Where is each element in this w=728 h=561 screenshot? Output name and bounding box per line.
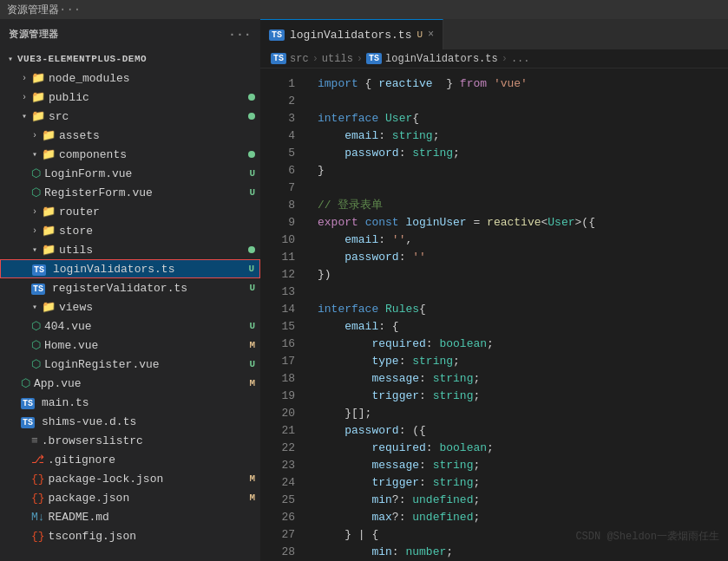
readme-arrow: ›	[17, 512, 31, 522]
git-icon: ⎇	[31, 453, 44, 466]
title-text: 资源管理器	[7, 3, 59, 17]
tree-item-packagejson[interactable]: › {} package.json M	[0, 488, 260, 507]
assets-label: assets	[59, 129, 260, 142]
tree-item-maints[interactable]: TS main.ts	[0, 393, 260, 412]
tab-close-button[interactable]: ×	[428, 29, 434, 41]
tree-item-packagelock[interactable]: › {} package-lock.json M	[0, 469, 260, 488]
main-layout: 资源管理器 ··· ▾ VUE3-ELEMENTPLUS-DEMO › 📁 no…	[0, 19, 728, 561]
tree-item-loginform[interactable]: ⬡ LoginForm.vue U	[0, 164, 260, 183]
tree-item-assets[interactable]: › 📁 assets	[0, 126, 260, 145]
folder-icon: 📁	[31, 90, 45, 104]
root-label: VUE3-ELEMENTPLUS-DEMO	[17, 54, 260, 64]
packagejson-label: package.json	[49, 492, 250, 505]
tree-item-home[interactable]: ⬡ Home.vue M	[0, 336, 260, 355]
tree-item-public[interactable]: › 📁 public	[0, 88, 260, 107]
tree-item-tsconfig[interactable]: › {} tsconfig.json	[0, 526, 260, 545]
public-dot	[248, 94, 255, 101]
loginregister-badge: U	[249, 359, 255, 369]
router-label: router	[59, 205, 260, 219]
ts-icon: TS	[31, 282, 45, 295]
utils-label: utils	[59, 244, 248, 257]
sidebar-actions[interactable]: ···	[228, 28, 252, 42]
packagelock-label: package-lock.json	[49, 473, 250, 486]
sidebar-header: 资源管理器 ···	[0, 19, 260, 49]
tree-item-loginvalidators[interactable]: TS loginValidators.ts U	[0, 259, 260, 278]
components-arrow: ▾	[28, 149, 42, 160]
tree-item-store[interactable]: › 📁 store	[0, 221, 260, 240]
store-arrow: ›	[28, 226, 42, 236]
tree-item-loginregister[interactable]: ⬡ LoginRegister.vue U	[0, 355, 260, 374]
appvue-badge: M	[249, 378, 255, 388]
packagejson-arrow: ›	[17, 493, 31, 503]
node-modules-label: node_modules	[49, 72, 260, 85]
title-bar: 资源管理器 ···	[0, 0, 728, 19]
registerform-badge: U	[249, 187, 255, 198]
loginform-label: LoginForm.vue	[44, 167, 249, 180]
gitignore-label: .gitignore	[48, 453, 260, 466]
tree-item-browserslistrc[interactable]: › ≡ .browserslistrc	[0, 431, 260, 450]
sidebar-title: 资源管理器	[9, 28, 59, 41]
loginform-badge: U	[249, 168, 255, 179]
folder-icon: 📁	[42, 205, 56, 219]
tree-item-404[interactable]: ⬡ 404.vue U	[0, 316, 260, 336]
folder-icon: 📁	[31, 71, 45, 85]
loginvalidators-label: loginValidators.ts	[53, 263, 248, 276]
breadcrumb-src: src	[290, 53, 309, 65]
tree-item-components[interactable]: ▾ 📁 components	[0, 145, 260, 164]
appvue-label: App.vue	[34, 377, 249, 390]
tree-item-router[interactable]: › 📁 router	[0, 202, 260, 221]
json-icon: {}	[31, 473, 45, 486]
sidebar: 资源管理器 ··· ▾ VUE3-ELEMENTPLUS-DEMO › 📁 no…	[0, 19, 260, 561]
vue-icon: ⬡	[31, 186, 41, 199]
tree-item-gitignore[interactable]: › ⎇ .gitignore	[0, 450, 260, 469]
root-arrow: ▾	[3, 54, 17, 64]
src-label: src	[49, 110, 248, 123]
src-dot	[248, 113, 255, 120]
tree-item-src[interactable]: ▾ 📁 src	[0, 107, 260, 126]
readme-label: README.md	[49, 511, 260, 524]
registerform-label: RegisterForm.vue	[44, 186, 249, 199]
editor-area: TS loginValidators.ts U × TS src › utils…	[260, 19, 728, 561]
folder-icon: 📁	[31, 109, 45, 123]
public-arrow: ›	[17, 93, 31, 102]
folder-icon: 📁	[42, 224, 56, 238]
breadcrumb: TS src › utils › TS loginValidators.ts ›…	[260, 49, 728, 68]
ellipsis-icon[interactable]: ···	[59, 3, 81, 16]
tree-item-readme[interactable]: › M↓ README.md	[0, 507, 260, 526]
loginregister-label: LoginRegister.vue	[44, 358, 249, 371]
folder-icon: 📁	[42, 128, 56, 142]
tree-item-utils[interactable]: ▾ 📁 utils	[0, 240, 260, 259]
gitignore-arrow: ›	[17, 455, 31, 465]
404-label: 404.vue	[44, 320, 249, 333]
tab-loginvalidators[interactable]: TS loginValidators.ts U ×	[260, 19, 443, 49]
tab-bar[interactable]: TS loginValidators.ts U ×	[260, 19, 728, 49]
utils-dot	[248, 246, 255, 253]
code-editor[interactable]: 12345 678910 1112131415 1617181920 21222…	[260, 68, 728, 561]
title-bar-icons[interactable]: ···	[59, 3, 81, 16]
tree-root[interactable]: ▾ VUE3-ELEMENTPLUS-DEMO	[0, 49, 260, 68]
home-badge: M	[249, 340, 255, 350]
tsconfig-label: tsconfig.json	[49, 530, 260, 543]
md-icon: M↓	[31, 511, 45, 524]
tree-item-registerform[interactable]: ⬡ RegisterForm.vue U	[0, 183, 260, 202]
components-dot	[248, 151, 255, 158]
components-label: components	[59, 148, 248, 161]
more-icon[interactable]: ···	[228, 28, 252, 42]
tree-item-appvue[interactable]: ⬡ App.vue M	[0, 374, 260, 393]
ts-icon: TS	[21, 415, 35, 428]
browserslistrc-label: .browserslistrc	[42, 434, 260, 447]
tree-item-node_modules[interactable]: › 📁 node_modules	[0, 68, 260, 88]
breadcrumb-sep2: ›	[357, 53, 363, 65]
ts-icon: TS	[32, 263, 46, 276]
sidebar-tree[interactable]: ▾ VUE3-ELEMENTPLUS-DEMO › 📁 node_modules…	[0, 49, 260, 561]
utils-arrow: ▾	[28, 245, 42, 255]
maints-label: main.ts	[42, 396, 260, 409]
tree-item-views[interactable]: ▾ 📁 views	[0, 297, 260, 316]
tree-item-registervalidator[interactable]: TS registerValidator.ts U	[0, 278, 260, 297]
breadcrumb-ts-icon: TS	[271, 53, 286, 64]
code-content[interactable]: import { reactive } from 'vue' interface…	[304, 68, 728, 561]
tree-item-shims[interactable]: TS shims-vue.d.ts	[0, 412, 260, 431]
tab-modified-indicator: U	[416, 29, 423, 40]
breadcrumb-utils: utils	[322, 53, 353, 65]
line-numbers: 12345 678910 1112131415 1617181920 21222…	[260, 68, 304, 561]
